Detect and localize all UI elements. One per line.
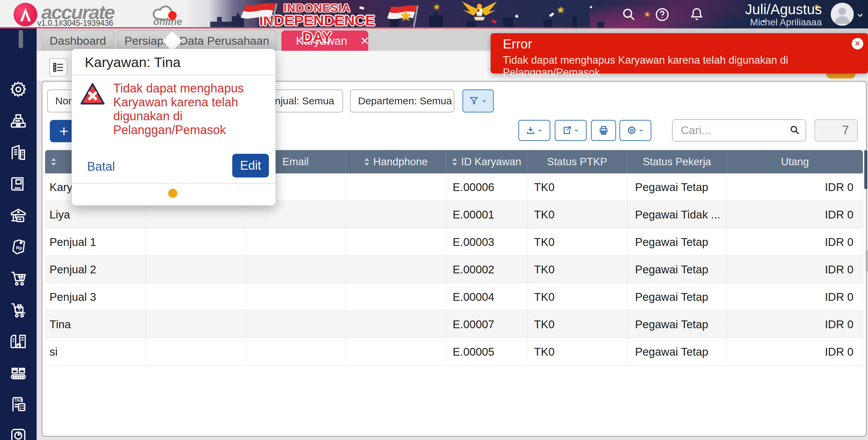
screen: INDONESIA INDEPENDENCE DAY ★ ★ ★ ★ ★ — [0, 0, 868, 440]
edit-button[interactable]: Edit — [232, 154, 269, 177]
gear-icon — [627, 126, 636, 135]
column-header-status-pekerja[interactable]: Status Pekerja — [627, 150, 727, 173]
popover-error-message: Tidak dapat menghapus Karyawan karena te… — [113, 81, 267, 137]
chevron-down-icon — [638, 128, 644, 133]
sidebar-item-ledger[interactable] — [9, 175, 27, 193]
panel-scrollbar-thumb[interactable] — [866, 250, 868, 271]
sidebar-item-sales[interactable] — [9, 112, 27, 130]
column-header-status-ptkp[interactable]: Status PTKP — [527, 150, 627, 173]
list-view-button[interactable] — [49, 58, 67, 77]
hand-truck-icon — [9, 301, 27, 319]
cancel-button[interactable]: Batal — [87, 160, 115, 174]
sidebar-item-pricing[interactable]: Rp — [9, 238, 27, 256]
top-navbar: INDONESIA INDEPENDENCE DAY ★ ★ ★ ★ ★ — [0, 0, 868, 28]
export-button[interactable] — [555, 120, 587, 141]
delete-error-popover: Karyawan: Tina Tidak dapat menghapus Kar… — [72, 49, 276, 206]
divider — [72, 183, 275, 184]
table-scrollbar-thumb[interactable] — [864, 150, 867, 189]
sidebar-item-purchase[interactable] — [9, 269, 27, 288]
step-indicator-dot — [168, 189, 177, 198]
cart-icon — [9, 269, 27, 288]
table-row[interactable]: Penjual 3 E.00004 TK0 Pegawai Tetap IDR … — [45, 283, 863, 311]
building-icon — [9, 143, 27, 162]
chevron-down-icon — [537, 128, 543, 133]
anchor-red-dot — [168, 11, 177, 20]
bell-icon[interactable] — [689, 7, 705, 22]
search-input[interactable] — [680, 122, 782, 139]
sidebar-item-company[interactable] — [9, 143, 27, 162]
table-row[interactable]: Penjual 2 E.00002 TK0 Pegawai Tetap IDR … — [45, 256, 863, 283]
print-icon — [598, 125, 609, 135]
sidebar: Rp — [0, 28, 37, 440]
chevron-down-icon — [481, 98, 487, 104]
error-toast: Error Tidak dapat menghapus Karyawan kar… — [491, 33, 868, 74]
record-count: 7 — [814, 119, 858, 142]
table-row[interactable]: Tina E.00007 TK0 Pegawai Tetap IDR 0 — [45, 311, 863, 338]
toast-message: Tidak dapat menghapus Karyawan karena te… — [503, 54, 868, 79]
funnel-icon — [469, 96, 479, 106]
search-box — [672, 119, 806, 142]
search-icon[interactable] — [621, 7, 637, 22]
version-label: v1.0.1#3045-1939436 — [37, 19, 113, 28]
table-row[interactable]: Penjual 1 E.00003 TK0 Pegawai Tetap IDR … — [45, 228, 863, 256]
sort-icon — [364, 158, 370, 166]
garuda-emblem-icon — [458, 0, 500, 23]
sidebar-item-inventory[interactable] — [9, 301, 27, 319]
sidebar-item-fixed-assets[interactable] — [9, 332, 27, 351]
filter-chip-departemen[interactable]: Departemen: Semua — [350, 89, 454, 112]
download-icon — [526, 126, 535, 135]
tab-dashboard[interactable]: Dashboard — [42, 30, 114, 51]
accurate-logo[interactable] — [14, 3, 37, 26]
period-label[interactable]: Juli/Agustus — [719, 1, 822, 18]
price-tag-rp-icon: Rp — [9, 238, 27, 256]
close-icon[interactable]: ✕ — [852, 38, 863, 49]
popover-title: Karyawan: Tina — [85, 55, 181, 70]
export-icon — [562, 126, 572, 135]
error-triangle-icon — [79, 82, 106, 107]
brand-online-label: online — [153, 16, 182, 27]
star-icon: ★ — [557, 5, 565, 15]
cash-register-icon — [9, 112, 27, 130]
book-icon — [9, 175, 27, 193]
column-header-utang[interactable]: Utang — [727, 150, 863, 173]
divider — [72, 75, 275, 75]
table-row[interactable]: si E.00005 TK0 Pegawai Tetap IDR 0 — [45, 338, 863, 365]
sidebar-item-settings[interactable] — [9, 80, 27, 99]
sidebar-item-tax[interactable]: TAX — [9, 395, 27, 414]
star-icon: ★ — [399, 7, 412, 24]
gear-icon — [9, 80, 27, 99]
star-icon: ★ — [644, 10, 650, 18]
indonesia-flag-icon — [233, 2, 284, 28]
sidebar-item-bank[interactable] — [9, 206, 27, 225]
bank-icon — [9, 206, 27, 225]
sidebar-scrollbar[interactable] — [19, 30, 23, 48]
chevron-down-icon[interactable] — [856, 11, 865, 20]
svg-text:Rp: Rp — [16, 245, 22, 250]
toast-title: Error — [503, 37, 532, 51]
chevron-down-icon — [574, 128, 579, 133]
sidebar-item-reports[interactable] — [9, 427, 27, 440]
sidebar-item-manufacture[interactable] — [9, 364, 27, 382]
download-button[interactable] — [518, 120, 550, 141]
list-icon — [52, 61, 64, 74]
star-icon: ★ — [433, 3, 440, 12]
navbar-red-line — [0, 27, 868, 28]
tab-persiapan-data-perusahaan[interactable]: Persiapan Data Perusahaan — [117, 30, 276, 51]
help-icon[interactable] — [654, 7, 670, 22]
svg-text:TAX: TAX — [15, 398, 23, 403]
filter-button[interactable] — [462, 89, 494, 112]
building-car-icon — [9, 332, 27, 351]
settings-button[interactable] — [619, 120, 651, 141]
column-header-handphone[interactable]: Handphone — [346, 150, 446, 173]
sort-icon — [452, 158, 458, 166]
search-icon[interactable] — [789, 125, 800, 135]
avatar[interactable] — [831, 3, 854, 26]
conveyor-icon — [9, 364, 27, 382]
sort-icon — [51, 158, 57, 166]
user-name-label: Michel Apriliaaaa — [719, 17, 822, 28]
pie-report-icon — [9, 427, 27, 440]
print-button[interactable] — [591, 120, 616, 141]
tax-document-icon: TAX — [9, 395, 27, 414]
column-header-id-karyawan[interactable]: ID Karyawan — [446, 150, 527, 173]
